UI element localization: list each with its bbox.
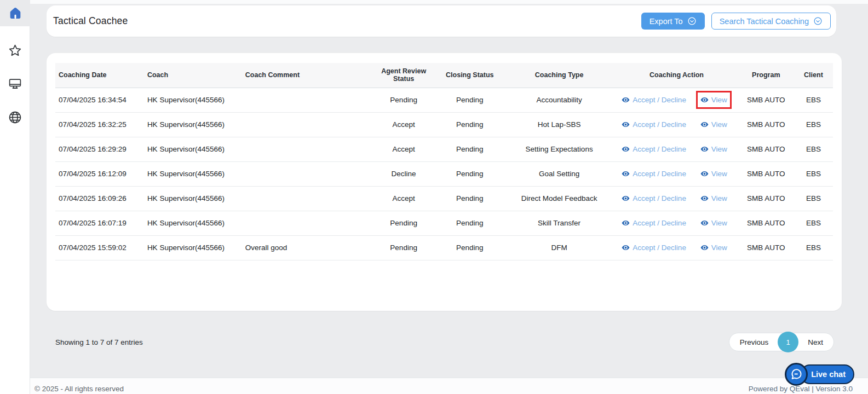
accept-decline-link[interactable]: Accept / Decline [622, 145, 686, 153]
coaching-action-cell: Accept / Decline View [615, 161, 738, 186]
view-link[interactable]: View [696, 214, 732, 232]
col-agent-review-status: Agent Review Status [371, 63, 436, 88]
export-to-button[interactable]: Export To [641, 13, 705, 30]
coaching-date-cell: 07/04/2025 16:29:29 [55, 137, 144, 161]
next-page-button[interactable]: Next [798, 333, 832, 351]
col-client: Client [794, 63, 833, 88]
live-chat-button[interactable]: Live chat [785, 364, 854, 385]
eye-icon [622, 145, 630, 153]
program-cell: SMB AUTO [738, 137, 794, 161]
coaching-date-cell: 07/04/2025 16:34:54 [55, 88, 144, 112]
coach-comment-cell [242, 88, 371, 112]
accept-decline-link[interactable]: Accept / Decline [622, 219, 686, 227]
chevron-down-circle-icon [687, 16, 697, 26]
sidebar-item-favorites[interactable] [0, 37, 30, 63]
view-label: View [711, 194, 727, 202]
client-cell: EBS [794, 112, 833, 137]
program-cell: SMB AUTO [738, 88, 794, 112]
footer: © 2025 - All rights reserved Powered by … [30, 378, 868, 394]
coach-cell: HK Supervisor(445566) [144, 161, 242, 186]
agent-review-status-cell: Accept [371, 186, 436, 211]
eye-icon [622, 170, 630, 178]
coach-comment-cell: Overall good [242, 235, 371, 260]
coaching-type-cell: Skill Transfer [503, 211, 615, 235]
closing-status-cell: Pending [436, 88, 503, 112]
col-coaching-date: Coaching Date [55, 63, 144, 88]
copyright-text: © 2025 - All rights reserved [35, 385, 124, 393]
accept-decline-link[interactable]: Accept / Decline [622, 96, 686, 104]
coaching-type-cell: Setting Expectations [503, 137, 615, 161]
agent-review-status-cell: Pending [371, 235, 436, 260]
page-title: Tactical Coachee [53, 15, 128, 27]
export-to-label: Export To [649, 17, 683, 26]
coaching-type-cell: Accountability [503, 88, 615, 112]
home-icon [8, 6, 22, 20]
view-label: View [711, 120, 727, 129]
view-label: View [711, 244, 727, 252]
accept-decline-link[interactable]: Accept / Decline [622, 120, 686, 129]
accept-decline-link[interactable]: Accept / Decline [622, 244, 686, 252]
accept-decline-label: Accept / Decline [633, 96, 686, 104]
coaching-type-cell: Hot Lap-SBS [503, 112, 615, 137]
accept-decline-link[interactable]: Accept / Decline [622, 170, 686, 178]
view-link[interactable]: View [696, 189, 732, 207]
accept-decline-label: Accept / Decline [633, 170, 686, 178]
coach-cell: HK Supervisor(445566) [144, 211, 242, 235]
globe-icon [8, 110, 22, 125]
accept-decline-link[interactable]: Accept / Decline [622, 194, 686, 202]
col-program: Program [738, 63, 794, 88]
program-cell: SMB AUTO [738, 112, 794, 137]
col-coach-comment: Coach Comment [242, 63, 371, 88]
coach-comment-cell [242, 186, 371, 211]
monitor-icon [8, 77, 22, 91]
closing-status-cell: Pending [436, 112, 503, 137]
table-body: 07/04/2025 16:34:54 HK Supervisor(445566… [55, 88, 833, 260]
eye-icon [622, 194, 630, 202]
client-cell: EBS [794, 186, 833, 211]
sidebar-item-monitor[interactable] [0, 71, 30, 97]
coaching-action-cell: Accept / Decline View [615, 112, 738, 137]
coaching-action-cell: Accept / Decline View [615, 235, 738, 260]
sidebar-item-globe[interactable] [0, 104, 30, 130]
view-label: View [711, 96, 727, 104]
coach-cell: HK Supervisor(445566) [144, 112, 242, 137]
coaching-action-cell: Accept / Decline View [615, 88, 738, 112]
accept-decline-label: Accept / Decline [633, 194, 686, 202]
view-link[interactable]: View [696, 239, 732, 257]
eye-icon [700, 219, 709, 227]
col-coaching-action: Coaching Action [615, 63, 738, 88]
accept-decline-label: Accept / Decline [633, 145, 686, 153]
pagination: Previous 1 Next [729, 333, 834, 351]
sidebar-item-home[interactable] [0, 0, 30, 26]
client-cell: EBS [794, 235, 833, 260]
agent-review-status-cell: Accept [371, 112, 436, 137]
view-link[interactable]: View [696, 115, 732, 134]
view-label: View [711, 170, 727, 178]
coach-comment-cell [242, 137, 371, 161]
current-page-button[interactable]: 1 [778, 332, 798, 352]
search-tactical-coaching-button[interactable]: Search Tactical Coaching [711, 13, 831, 30]
coaching-type-cell: Goal Setting [503, 161, 615, 186]
eye-icon [700, 96, 709, 104]
closing-status-cell: Pending [436, 161, 503, 186]
table-card: Coaching Date Coach Coach Comment Agent … [47, 53, 842, 311]
agent-review-status-cell: Pending [371, 211, 436, 235]
view-link[interactable]: View [696, 91, 732, 109]
coaching-action-cell: Accept / Decline View [615, 211, 738, 235]
client-cell: EBS [794, 161, 833, 186]
eye-icon [622, 244, 630, 252]
program-cell: SMB AUTO [738, 161, 794, 186]
view-label: View [711, 145, 727, 153]
coach-cell: HK Supervisor(445566) [144, 88, 242, 112]
agent-review-status-cell: Pending [371, 88, 436, 112]
coaching-date-cell: 07/04/2025 15:59:02 [55, 235, 144, 260]
client-cell: EBS [794, 137, 833, 161]
coach-cell: HK Supervisor(445566) [144, 186, 242, 211]
previous-page-button[interactable]: Previous [731, 333, 778, 351]
title-card: Tactical Coachee Export To Search Tactic… [47, 5, 836, 37]
view-link[interactable]: View [696, 165, 732, 183]
powered-by-text: Powered by QEval | Version 3.0 [749, 385, 853, 393]
view-link[interactable]: View [696, 140, 732, 158]
program-cell: SMB AUTO [738, 235, 794, 260]
table-row: 07/04/2025 16:09:26 HK Supervisor(445566… [55, 186, 833, 211]
